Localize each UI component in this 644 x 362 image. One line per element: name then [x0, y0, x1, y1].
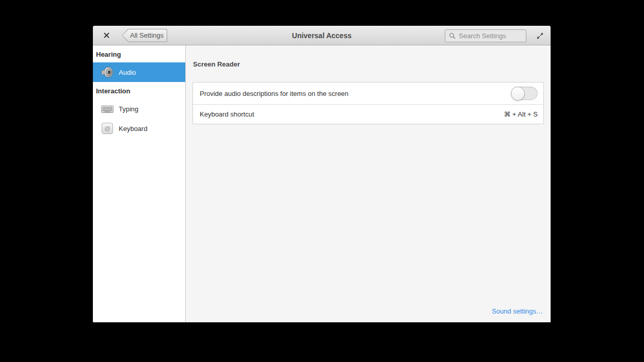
close-icon	[104, 32, 109, 38]
audio-descriptions-row: Provide audio descriptions for items on …	[193, 83, 543, 104]
toggle-knob	[511, 87, 525, 101]
all-settings-back-button[interactable]: All Settings	[122, 29, 167, 42]
section-title: Screen Reader	[192, 60, 544, 68]
svg-text:@: @	[104, 125, 110, 131]
sidebar-item-label: Audio	[119, 69, 136, 76]
back-button-label: All Settings	[130, 31, 164, 39]
close-button[interactable]	[100, 29, 112, 42]
keyboard-shortcut-label: Keyboard shortcut	[199, 110, 504, 118]
header-bar: All Settings Universal Access	[93, 26, 551, 45]
sidebar-item-typing[interactable]: Typing	[93, 99, 185, 119]
sidebar-section-interaction: Interaction	[93, 82, 185, 99]
speaker-icon	[101, 65, 114, 79]
keyboard-keys-icon	[101, 102, 114, 116]
sidebar-item-label: Keyboard	[119, 125, 148, 133]
keyboard-shortcut-row: Keyboard shortcut ⌘ + Alt + S	[193, 104, 543, 124]
main-content: Screen Reader Provide audio descriptions…	[186, 45, 551, 322]
at-key-icon: @	[101, 122, 114, 135]
sidebar: Hearing Audio	[93, 45, 186, 322]
sidebar-item-label: Typing	[119, 105, 138, 113]
maximize-icon	[536, 32, 544, 40]
universal-access-window: All Settings Universal Access Hearing	[93, 26, 551, 322]
sidebar-item-audio[interactable]: Audio	[93, 62, 185, 82]
audio-descriptions-toggle[interactable]	[511, 87, 538, 100]
search-icon	[449, 32, 456, 40]
sound-settings-link[interactable]: Sound settings…	[492, 307, 543, 315]
maximize-button[interactable]	[535, 30, 545, 41]
search-input[interactable]	[459, 32, 522, 40]
sidebar-item-keyboard[interactable]: @ Keyboard	[93, 119, 185, 138]
settings-frame: Provide audio descriptions for items on …	[192, 82, 544, 124]
content-footer: Sound settings…	[192, 306, 544, 322]
search-box	[445, 29, 526, 42]
keyboard-shortcut-value[interactable]: ⌘ + Alt + S	[504, 110, 538, 118]
sidebar-section-hearing: Hearing	[93, 45, 185, 62]
audio-descriptions-label: Provide audio descriptions for items on …	[199, 90, 511, 97]
